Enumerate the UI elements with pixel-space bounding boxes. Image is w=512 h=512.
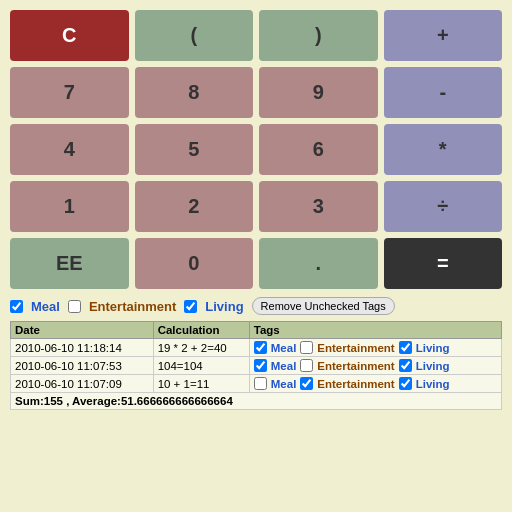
entertainment-tag-label: Entertainment bbox=[89, 299, 176, 314]
plus-button[interactable]: + bbox=[384, 10, 503, 61]
calculation-cell: 19 * 2 + 2=40 bbox=[153, 339, 249, 357]
living-tag-label: Living bbox=[205, 299, 243, 314]
tags-header: Tags bbox=[249, 322, 501, 339]
meal-checkbox[interactable] bbox=[10, 300, 23, 313]
tags-cell: MealEntertainmentLiving bbox=[249, 375, 501, 393]
row-meal-label: Meal bbox=[271, 342, 297, 354]
row-entertainment-checkbox[interactable] bbox=[300, 359, 313, 372]
calculation-cell: 104=104 bbox=[153, 357, 249, 375]
entertainment-checkbox[interactable] bbox=[68, 300, 81, 313]
row-living-checkbox[interactable] bbox=[399, 341, 412, 354]
calculator-panel: C ( ) + 7 8 9 - 4 5 6 * 1 2 3 ÷ EE 0 . =… bbox=[0, 0, 512, 420]
row-meal-checkbox[interactable] bbox=[254, 359, 267, 372]
tags-filter-row: Meal Entertainment Living Remove Uncheck… bbox=[10, 297, 502, 315]
seven-button[interactable]: 7 bbox=[10, 67, 129, 118]
tags-cell: MealEntertainmentLiving bbox=[249, 339, 501, 357]
date-cell: 2010-06-10 11:18:14 bbox=[11, 339, 154, 357]
date-header: Date bbox=[11, 322, 154, 339]
clear-button[interactable]: C bbox=[10, 10, 129, 61]
one-button[interactable]: 1 bbox=[10, 181, 129, 232]
multiply-button[interactable]: * bbox=[384, 124, 503, 175]
row-meal-label: Meal bbox=[271, 360, 297, 372]
three-button[interactable]: 3 bbox=[259, 181, 378, 232]
dot-button[interactable]: . bbox=[259, 238, 378, 289]
row-meal-checkbox[interactable] bbox=[254, 377, 267, 390]
equals-button[interactable]: = bbox=[384, 238, 503, 289]
calculation-header: Calculation bbox=[153, 322, 249, 339]
six-button[interactable]: 6 bbox=[259, 124, 378, 175]
button-grid: C ( ) + 7 8 9 - 4 5 6 * 1 2 3 ÷ EE 0 . = bbox=[10, 10, 502, 289]
zero-button[interactable]: 0 bbox=[135, 238, 254, 289]
two-button[interactable]: 2 bbox=[135, 181, 254, 232]
minus-button[interactable]: - bbox=[384, 67, 503, 118]
row-entertainment-label: Entertainment bbox=[317, 342, 394, 354]
meal-tag-label: Meal bbox=[31, 299, 60, 314]
calculation-cell: 10 + 1=11 bbox=[153, 375, 249, 393]
date-cell: 2010-06-10 11:07:09 bbox=[11, 375, 154, 393]
four-button[interactable]: 4 bbox=[10, 124, 129, 175]
row-living-label: Living bbox=[416, 360, 450, 372]
row-entertainment-checkbox[interactable] bbox=[300, 341, 313, 354]
row-living-label: Living bbox=[416, 378, 450, 390]
date-cell: 2010-06-10 11:07:53 bbox=[11, 357, 154, 375]
summary-row: Sum:155 , Average:51.666666666666664 bbox=[11, 393, 502, 410]
right-paren-button[interactable]: ) bbox=[259, 10, 378, 61]
table-row: 2010-06-10 11:07:0910 + 1=11MealEntertai… bbox=[11, 375, 502, 393]
calculations-table: Date Calculation Tags 2010-06-10 11:18:1… bbox=[10, 321, 502, 410]
left-paren-button[interactable]: ( bbox=[135, 10, 254, 61]
row-living-label: Living bbox=[416, 342, 450, 354]
remove-unchecked-button[interactable]: Remove Unchecked Tags bbox=[252, 297, 395, 315]
eight-button[interactable]: 8 bbox=[135, 67, 254, 118]
row-entertainment-checkbox[interactable] bbox=[300, 377, 313, 390]
living-checkbox[interactable] bbox=[184, 300, 197, 313]
ee-button[interactable]: EE bbox=[10, 238, 129, 289]
table-row: 2010-06-10 11:18:1419 * 2 + 2=40MealEnte… bbox=[11, 339, 502, 357]
row-entertainment-label: Entertainment bbox=[317, 378, 394, 390]
row-living-checkbox[interactable] bbox=[399, 377, 412, 390]
tags-cell: MealEntertainmentLiving bbox=[249, 357, 501, 375]
row-entertainment-label: Entertainment bbox=[317, 360, 394, 372]
table-row: 2010-06-10 11:07:53104=104MealEntertainm… bbox=[11, 357, 502, 375]
divide-button[interactable]: ÷ bbox=[384, 181, 503, 232]
row-meal-label: Meal bbox=[271, 378, 297, 390]
row-meal-checkbox[interactable] bbox=[254, 341, 267, 354]
five-button[interactable]: 5 bbox=[135, 124, 254, 175]
row-living-checkbox[interactable] bbox=[399, 359, 412, 372]
nine-button[interactable]: 9 bbox=[259, 67, 378, 118]
